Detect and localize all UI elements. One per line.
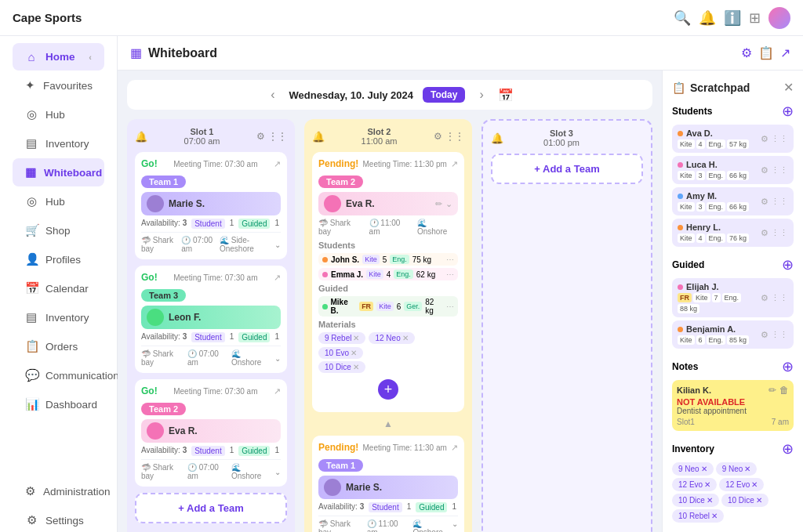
sp-guided-elijah-action2[interactable]: ⋮⋮ <box>771 293 788 303</box>
next-date-button[interactable]: › <box>474 86 488 103</box>
whiteboard-title-area: ▦ Whiteboard <box>130 45 217 60</box>
slot-2-menu-icon[interactable]: ⋮⋮ <box>445 131 464 142</box>
team-card-slot2-2: Pending! Meeting Time: 11:30 am ↗ Team 1… <box>312 436 464 532</box>
sidebar-item-favourites[interactable]: ✦ Favourites <box>13 71 104 100</box>
slot-2-filter-icon[interactable]: ⚙ <box>434 131 442 142</box>
sp-guided-ben-action1[interactable]: ⚙ <box>761 330 768 340</box>
sidebar-item-administration[interactable]: ⚙ Administration <box>13 477 104 505</box>
note-delete-icon[interactable]: 🗑 <box>779 385 789 396</box>
whiteboard-title-icon: ▦ <box>130 45 142 60</box>
sidebar-item-inventory-top[interactable]: ▤ Inventory <box>13 129 104 157</box>
team-status-pending-2: Pending! <box>318 442 358 453</box>
sp-inventory-add[interactable]: ⊕ <box>782 440 794 458</box>
team-badge-2: Team 2 <box>141 403 186 415</box>
share-icon-pending[interactable]: ↗ <box>451 159 458 169</box>
expand-icon[interactable]: ⌄ <box>274 241 281 249</box>
grid-icon[interactable]: ⊞ <box>749 9 761 27</box>
expand-icon-2[interactable]: ⌄ <box>274 354 281 363</box>
notification-icon[interactable]: 🔔 <box>699 9 716 27</box>
note-edit-icon[interactable]: ✏ <box>768 385 776 396</box>
avatar[interactable] <box>768 7 790 29</box>
sp-notes-title: Notes <box>672 361 698 372</box>
collapse-slot2[interactable]: ▲ <box>312 418 464 429</box>
expand-icon-4[interactable]: ⌄ <box>445 199 452 209</box>
sp-inv-row-3: 10 Dice ✕ 10 Dice ✕ <box>672 494 794 507</box>
add-team-slot3-button[interactable]: + Add a Team <box>491 154 643 184</box>
sp-inventory-title: Inventory <box>672 443 714 454</box>
team-member-eva: Eva R. <box>141 419 281 443</box>
profiles-icon: 👤 <box>25 252 38 266</box>
team-location-pending: 🦈 Shark bay 🕐 11:00 am 🌊 Onshore <box>318 219 458 236</box>
team-member-leon: Leon F. <box>141 306 281 329</box>
slot-1-label: Slot 1 <box>184 127 220 136</box>
sp-guided-elijah: Elijah J. FR Kite 7 Eng. 88 kg ⚙ <box>672 278 794 317</box>
sp-student-action2[interactable]: ⋮⋮ <box>771 134 788 144</box>
student-action-icon-2[interactable]: ⋯ <box>446 270 454 279</box>
export-icon[interactable]: ↗ <box>780 45 790 60</box>
sidebar-item-communication[interactable]: 💬 Communication <box>13 361 104 389</box>
share-icon-pending-2[interactable]: ↗ <box>451 443 458 453</box>
sp-guided-ben-action2[interactable]: ⋮⋮ <box>771 330 788 340</box>
prev-date-button[interactable]: ‹ <box>266 86 279 103</box>
edit-icon[interactable]: ✏ <box>435 199 442 209</box>
expand-icon-5[interactable]: ⌄ <box>452 519 458 532</box>
material-evo: 10 Evo ✕ <box>318 347 363 359</box>
sp-student-luca-action2[interactable]: ⋮⋮ <box>771 165 788 176</box>
sidebar-item-calendar[interactable]: 📅 Calendar <box>13 274 104 302</box>
share-icon-3[interactable]: ↗ <box>274 386 281 396</box>
scratchpad-icon: 📋 <box>672 81 685 94</box>
slot-1-menu-icon[interactable]: ⋮⋮ <box>268 131 287 142</box>
sidebar-item-hub[interactable]: ◎ Hub <box>13 100 104 128</box>
sp-student-action1[interactable]: ⚙ <box>761 134 768 144</box>
sidebar-item-dashboard[interactable]: 📊 Dashboard <box>13 390 104 418</box>
team-status-go-3: Go! <box>141 385 158 396</box>
sidebar-item-whiteboard[interactable]: ▦ Whiteboard <box>13 158 104 186</box>
sp-notes-add[interactable]: ⊕ <box>782 358 794 375</box>
add-team-slot1-button[interactable]: + Add a Team <box>135 493 287 523</box>
share-icon[interactable]: ↗ <box>274 159 281 169</box>
slot-1-header: 🔔 Slot 1 07:00 am ⚙ ⋮⋮ <box>135 127 287 146</box>
eva-name-2: Eva R. <box>346 198 375 209</box>
team-card-slot1-2: Go! Meeting Time: 07:30 am ↗ Team 3 Leon… <box>135 266 287 373</box>
sp-student-henry-action1[interactable]: ⚙ <box>761 228 768 238</box>
team-status-pending: Pending! <box>318 158 358 169</box>
sp-student-luca-action1[interactable]: ⚙ <box>761 165 768 176</box>
ava-name: Ava D. <box>686 128 713 138</box>
copy-icon[interactable]: 📋 <box>758 45 774 60</box>
slot-1-filter-icon[interactable]: ⚙ <box>256 131 265 142</box>
sp-inventory-section: Inventory ⊕ 9 Neo ✕ 9 Neo ✕ 12 Evo ✕ 12 … <box>672 440 794 523</box>
scratchpad-header: 📋 Scratchpad ✕ <box>672 80 794 95</box>
add-slot2-button[interactable]: + <box>318 379 458 400</box>
meeting-time-pending: Meeting Time: 11:30 pm <box>363 160 447 168</box>
sidebar-item-inventory[interactable]: ▤ Inventory <box>13 303 104 331</box>
sp-student-amy-action1[interactable]: ⚙ <box>761 197 768 207</box>
team-member-marie: Marie S. <box>141 192 281 215</box>
marie-name-2: Marie S. <box>346 482 382 493</box>
guided-action-icon[interactable]: ⋯ <box>446 302 454 311</box>
sidebar-item-hub2[interactable]: ◎ Hub <box>13 187 104 215</box>
info-icon[interactable]: ℹ️ <box>724 9 741 27</box>
search-icon[interactable]: 🔍 <box>674 9 691 27</box>
sidebar-item-settings[interactable]: ⚙ Settings <box>13 506 104 532</box>
collapse-icon[interactable]: ‹ <box>89 52 92 62</box>
sp-guided-elijah-action1[interactable]: ⚙ <box>761 293 768 303</box>
today-button[interactable]: Today <box>423 87 465 103</box>
share-icon-2[interactable]: ↗ <box>274 273 281 283</box>
student-action-icon[interactable]: ⋯ <box>446 255 454 264</box>
sidebar-item-shop[interactable]: 🛒 Shop <box>13 216 104 244</box>
scratchpad-close[interactable]: ✕ <box>783 80 794 95</box>
calendar-icon: 📅 <box>25 281 38 295</box>
sp-students-add[interactable]: ⊕ <box>782 103 794 120</box>
filter-icon[interactable]: ⚙ <box>741 45 752 60</box>
sp-guided-add[interactable]: ⊕ <box>782 256 794 273</box>
sidebar-item-orders[interactable]: 📋 Orders <box>13 332 104 360</box>
sp-student-amy-action2[interactable]: ⋮⋮ <box>771 197 788 207</box>
material-dice: 10 Dice ✕ <box>318 361 365 373</box>
sidebar-item-home[interactable]: ⌂ Home ‹ <box>13 43 104 71</box>
sidebar-item-profiles[interactable]: 👤 Profiles <box>13 245 104 273</box>
expand-icon-3[interactable]: ⌄ <box>274 468 281 476</box>
slot-3-bell: 🔔 <box>491 132 503 144</box>
sp-student-henry-action2[interactable]: ⋮⋮ <box>771 228 788 238</box>
meeting-time-3: Meeting Time: 07:30 am <box>173 387 257 396</box>
calendar-icon[interactable]: 📅 <box>498 88 514 103</box>
